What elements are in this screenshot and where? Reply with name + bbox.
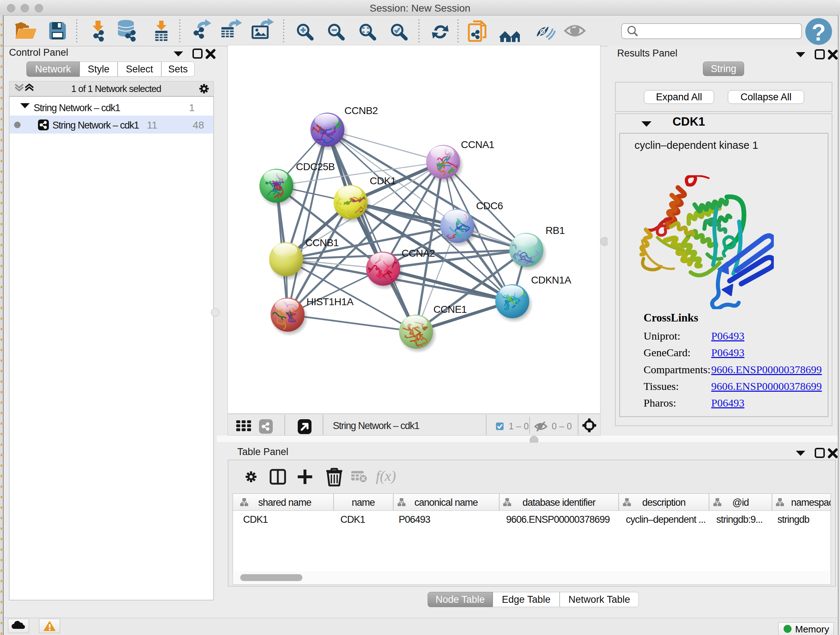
svg-text:CDK1: CDK1 [243, 514, 268, 525]
svg-text:P06493: P06493 [399, 514, 430, 525]
svg-text:@id: @id [732, 497, 748, 508]
svg-text:String Network – cdk1: String Network – cdk1 [34, 103, 120, 113]
svg-text:CDKN1A: CDKN1A [531, 274, 571, 286]
svg-text:1: 1 [189, 102, 195, 113]
svg-text:stringdb:9...: stringdb:9... [716, 514, 763, 525]
svg-text:0 – 0: 0 – 0 [552, 421, 572, 431]
svg-text:?: ? [812, 19, 826, 46]
svg-text:HIST1H1A: HIST1H1A [306, 296, 354, 307]
svg-text:String Network – cdk1: String Network – cdk1 [333, 420, 419, 431]
svg-text:stringdb: stringdb [777, 514, 809, 525]
svg-text:RB1: RB1 [546, 225, 565, 236]
svg-text:CCNA2: CCNA2 [401, 248, 435, 259]
svg-text:CDK1: CDK1 [370, 175, 396, 187]
svg-text:CDK1: CDK1 [340, 514, 365, 525]
svg-text:11: 11 [147, 119, 157, 131]
svg-text:CCNB1: CCNB1 [305, 237, 339, 249]
svg-text:1 – 0: 1 – 0 [508, 421, 529, 431]
svg-text:9606.ENSP00000378699: 9606.ENSP00000378699 [506, 514, 609, 525]
svg-text:48: 48 [193, 119, 204, 131]
svg-text:CCNA1: CCNA1 [461, 139, 494, 150]
svg-text:database identifier: database identifier [523, 497, 596, 508]
svg-text:canonical name: canonical name [414, 497, 477, 508]
svg-text:name: name [352, 497, 375, 508]
svg-text:CDC25B: CDC25B [296, 161, 335, 172]
svg-text:namespace: namespace [791, 497, 831, 508]
svg-text:1 of 1 Network selected: 1 of 1 Network selected [71, 83, 161, 94]
svg-text:String Network – cdk1: String Network – cdk1 [52, 120, 139, 131]
svg-text:CDC6: CDC6 [476, 200, 503, 211]
svg-text:cyclin–dependent ...: cyclin–dependent ... [626, 514, 706, 525]
svg-text:shared name: shared name [258, 497, 311, 508]
svg-text:description: description [642, 497, 685, 508]
svg-text:f(x): f(x) [376, 468, 396, 484]
svg-text:CCNE1: CCNE1 [433, 304, 467, 315]
svg-text:CCNB2: CCNB2 [344, 105, 378, 116]
